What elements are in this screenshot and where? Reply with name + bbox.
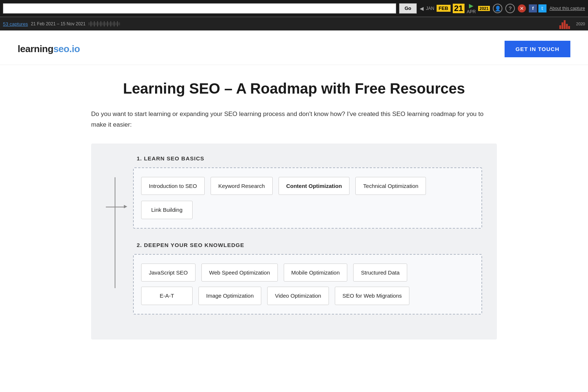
wayback-timeline xyxy=(89,21,556,27)
roadmap-container: 1. LEARN SEO BASICS Introduction to SEO … xyxy=(91,144,497,340)
wayback-feb-label: FEB xyxy=(437,5,451,12)
wayback-prev-button[interactable]: ◀ xyxy=(420,6,424,11)
wayback-help-icon[interactable]: ? xyxy=(505,4,515,13)
roadmap-sections: 1. LEARN SEO BASICS Introduction to SEO … xyxy=(133,155,482,328)
main-content: Learning SEO – A Roadmap with Free Resou… xyxy=(74,65,514,354)
wayback-play-button[interactable]: ▶ xyxy=(469,2,473,9)
wayback-toolbar-row2: 53 captures 21 Feb 2021 – 15 Nov 2021 20… xyxy=(0,17,588,30)
wayback-twitter-button[interactable]: 𝕥 xyxy=(538,4,546,12)
arrow-horizontal xyxy=(106,207,124,207)
section-2-row-2: E-A-T Image Optimization Video Optimizat… xyxy=(141,287,474,305)
wayback-day: 21 xyxy=(453,4,465,13)
section-1-box: Introduction to SEO Keyword Research Con… xyxy=(133,167,482,229)
page-intro: Do you want to start learning or expandi… xyxy=(91,109,497,130)
card-video-optimization[interactable]: Video Optimization xyxy=(267,287,329,305)
card-eat[interactable]: E-A-T xyxy=(141,287,193,305)
card-image-optimization[interactable]: Image Optimization xyxy=(198,287,261,305)
wayback-go-button[interactable]: Go xyxy=(399,3,417,14)
wayback-date-range: 21 Feb 2021 – 15 Nov 2021 xyxy=(31,21,86,26)
logo-learning: learning xyxy=(18,43,53,54)
arrow-vertical-top xyxy=(115,177,115,207)
wayback-about-link[interactable]: About this capture xyxy=(549,6,585,11)
wayback-social-links: f 𝕥 xyxy=(529,4,546,12)
card-seo-web-migrations[interactable]: SEO for Web Migrations xyxy=(335,287,409,305)
card-content-optimization[interactable]: Content Optimization xyxy=(279,177,350,195)
roadmap-section-1: 1. LEARN SEO BASICS Introduction to SEO … xyxy=(133,155,482,229)
arrow-vertical-bottom xyxy=(115,207,115,288)
get-in-touch-button[interactable]: GET IN TOUCH xyxy=(505,41,570,57)
wayback-calendar: ◀ JAN FEB 21 ▶ APR 2021 xyxy=(420,2,490,14)
wayback-url-input[interactable]: https://learningseo.io/ xyxy=(3,3,396,14)
wayback-graph xyxy=(559,19,573,29)
roadmap-section-2: 2. DEEPEN YOUR SEO KNOWLEDGE JavaScript … xyxy=(133,242,482,315)
section-1-cards: Introduction to SEO Keyword Research Con… xyxy=(141,177,474,219)
site-logo[interactable]: learningseo.io xyxy=(18,43,80,55)
card-link-building[interactable]: Link Building xyxy=(141,201,193,219)
wayback-facebook-button[interactable]: f xyxy=(529,4,537,12)
site-header: learningseo.io GET IN TOUCH xyxy=(0,30,588,65)
section-2-row-1: JavaScript SEO Web Speed Optimization Mo… xyxy=(141,264,474,282)
section-2-box: JavaScript SEO Web Speed Optimization Mo… xyxy=(133,254,482,315)
wayback-close-button[interactable]: ✕ xyxy=(518,4,526,12)
wayback-toolbar: https://learningseo.io/ Go ◀ JAN FEB 21 … xyxy=(0,0,588,17)
wayback-user-icon[interactable]: 👤 xyxy=(493,4,502,13)
card-javascript-seo[interactable]: JavaScript SEO xyxy=(141,264,196,282)
section-1-title: 1. LEARN SEO BASICS xyxy=(133,155,482,161)
wayback-year: 2021 xyxy=(478,6,490,11)
wayback-icon-group: 👤 ? ✕ xyxy=(493,4,526,13)
section-2-title: 2. DEEPEN YOUR SEO KNOWLEDGE xyxy=(133,242,482,248)
wayback-captures-link[interactable]: 53 captures xyxy=(3,21,28,27)
card-structured-data[interactable]: Structured Data xyxy=(353,264,407,282)
logo-seo: seo xyxy=(53,43,69,54)
card-intro-seo[interactable]: Introduction to SEO xyxy=(141,177,205,195)
page-title: Learning SEO – A Roadmap with Free Resou… xyxy=(91,80,497,97)
card-technical-optimization[interactable]: Technical Optimization xyxy=(355,177,426,195)
logo-io: io xyxy=(72,43,80,54)
roadmap-arrow-decoration xyxy=(106,155,124,288)
card-keyword-research[interactable]: Keyword Research xyxy=(211,177,273,195)
wayback-year-2020: 2020 xyxy=(576,22,585,26)
wayback-jan-label: JAN xyxy=(426,6,434,11)
card-mobile-optimization[interactable]: Mobile Optimization xyxy=(284,264,348,282)
card-web-speed[interactable]: Web Speed Optimization xyxy=(201,264,278,282)
roadmap-flow: 1. LEARN SEO BASICS Introduction to SEO … xyxy=(106,155,482,328)
wayback-apr-label: APR xyxy=(467,9,476,14)
